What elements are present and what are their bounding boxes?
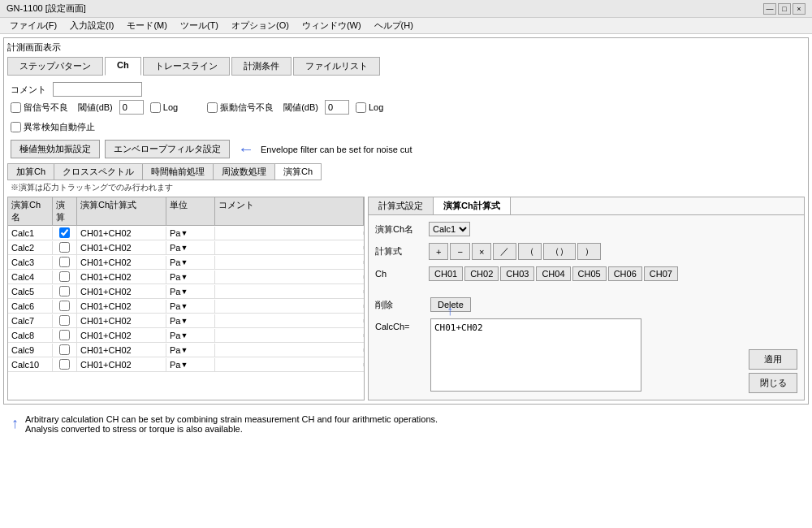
cell-unit[interactable]: Pa ▼ xyxy=(166,241,215,254)
cell-check[interactable] xyxy=(53,328,77,342)
tab-trace-line[interactable]: トレースライン xyxy=(143,57,230,76)
row-checkbox[interactable] xyxy=(59,359,70,370)
close-button[interactable]: × xyxy=(793,3,806,15)
signal-error-checkbox-label[interactable]: 留信号不良 xyxy=(11,102,68,114)
cell-check[interactable] xyxy=(53,299,77,313)
tab-step-pattern[interactable]: ステップパターン xyxy=(7,57,103,76)
cell-unit[interactable]: Pa ▼ xyxy=(166,285,215,298)
ch05-button[interactable]: CH05 xyxy=(572,266,607,281)
cell-unit[interactable]: Pa ▼ xyxy=(166,329,215,342)
threshold-input2[interactable] xyxy=(325,100,349,115)
row-checkbox[interactable] xyxy=(59,330,70,340)
cell-unit[interactable]: Pa ▼ xyxy=(166,256,215,269)
vibration-error-checkbox[interactable] xyxy=(207,102,218,113)
cell-check[interactable] xyxy=(53,343,77,357)
row-checkbox[interactable] xyxy=(59,242,70,253)
rpane-tab-calc-formula[interactable]: 演算Ch計算式 xyxy=(434,197,511,214)
sub-tab-calc-ch[interactable]: 演算Ch xyxy=(274,163,322,180)
row-checkbox[interactable] xyxy=(59,344,70,355)
signal-error-checkbox[interactable] xyxy=(11,102,21,113)
calch-textarea[interactable]: CH01+CH02 xyxy=(430,318,641,392)
cell-comment[interactable] xyxy=(215,275,364,279)
formula-lparen-button[interactable]: （ xyxy=(518,243,542,260)
calch-name-label: 演算Ch名 xyxy=(375,223,424,236)
maximize-button[interactable]: □ xyxy=(778,3,791,15)
cell-comment[interactable] xyxy=(215,348,364,352)
cell-comment[interactable] xyxy=(215,334,364,337)
row-checkbox[interactable] xyxy=(59,315,70,326)
menu-tools[interactable]: ツール(T) xyxy=(174,18,225,33)
row-checkbox[interactable] xyxy=(59,271,70,282)
cell-comment[interactable] xyxy=(215,232,364,235)
ch07-button[interactable]: CH07 xyxy=(644,266,678,281)
abnormal-stop-checkbox[interactable] xyxy=(11,122,21,132)
ch06-button[interactable]: CH06 xyxy=(608,266,642,281)
row-checkbox[interactable] xyxy=(59,227,70,238)
formula-divide-button[interactable]: ／ xyxy=(493,243,516,260)
log-checkbox-label1[interactable]: Log xyxy=(150,102,178,113)
tab-file-list[interactable]: ファイルリスト xyxy=(293,57,380,76)
cell-check[interactable] xyxy=(53,255,77,269)
log-checkbox1[interactable] xyxy=(150,102,161,113)
cell-check[interactable] xyxy=(53,240,77,254)
cell-check[interactable] xyxy=(53,270,77,283)
row-checkbox[interactable] xyxy=(59,257,70,267)
cell-comment[interactable] xyxy=(215,363,364,366)
formula-plus-button[interactable]: + xyxy=(429,243,448,260)
formula-minus-button[interactable]: − xyxy=(450,243,469,260)
extreme-filter-button[interactable]: 極値無効加振設定 xyxy=(11,140,100,158)
ch02-button[interactable]: CH02 xyxy=(464,266,499,281)
close-button[interactable]: 閉じる xyxy=(749,373,797,393)
ch04-button[interactable]: CH04 xyxy=(536,266,570,281)
window-controls[interactable]: — □ × xyxy=(763,3,806,15)
cell-unit[interactable]: Pa ▼ xyxy=(166,227,215,240)
tab-measure-cond[interactable]: 計測条件 xyxy=(231,57,292,76)
cell-comment[interactable] xyxy=(215,246,364,249)
cell-unit[interactable]: Pa ▼ xyxy=(166,300,215,313)
cell-check[interactable] xyxy=(53,226,77,240)
cell-unit[interactable]: Pa ▼ xyxy=(166,270,215,283)
envelope-filter-button[interactable]: エンベロープフィルタ設定 xyxy=(105,140,230,158)
cell-check[interactable] xyxy=(53,314,77,327)
ch01-button[interactable]: CH01 xyxy=(429,266,463,281)
cell-comment[interactable] xyxy=(215,319,364,322)
sub-tab-add-ch[interactable]: 加算Ch xyxy=(7,163,54,180)
menu-help[interactable]: ヘルプ(H) xyxy=(368,18,420,33)
minimize-button[interactable]: — xyxy=(763,3,776,15)
calch-name-select[interactable]: Calc1 Calc2 Calc3 xyxy=(429,222,470,236)
formula-multiply-button[interactable]: × xyxy=(472,243,491,260)
menu-window[interactable]: ウィンドウ(W) xyxy=(296,18,368,33)
cell-check[interactable] xyxy=(53,357,77,371)
cell-name: Calc8 xyxy=(8,329,53,342)
menu-input[interactable]: 入力設定(I) xyxy=(63,18,120,33)
log-checkbox-label2[interactable]: Log xyxy=(356,102,383,113)
menu-options[interactable]: オプション(O) xyxy=(225,18,296,33)
row-checkbox[interactable] xyxy=(59,286,70,296)
row-checkbox[interactable] xyxy=(59,301,70,311)
cell-formula: CH01+CH02 xyxy=(77,270,166,283)
vibration-error-checkbox-label[interactable]: 振動信号不良 xyxy=(207,102,274,114)
rpane-tab-formula-settings[interactable]: 計算式設定 xyxy=(369,197,434,214)
sub-tab-cross-spec[interactable]: クロススペクトル xyxy=(54,163,142,180)
abnormal-stop-checkbox-label[interactable]: 異常検知自動停止 xyxy=(11,121,95,133)
cell-unit[interactable]: Pa ▼ xyxy=(166,344,215,357)
sub-tab-freq-process[interactable]: 周波数処理 xyxy=(213,163,274,180)
menu-mode[interactable]: モード(M) xyxy=(120,18,174,33)
threshold-input1[interactable] xyxy=(119,100,144,115)
sub-tab-time-preprocess[interactable]: 時間軸前処理 xyxy=(142,163,213,180)
cell-unit[interactable]: Pa ▼ xyxy=(166,314,215,327)
menu-file[interactable]: ファイル(F) xyxy=(3,18,63,33)
cell-check[interactable] xyxy=(53,284,77,298)
cell-comment[interactable] xyxy=(215,305,364,308)
comment-input[interactable] xyxy=(53,82,142,97)
formula-parens-button[interactable]: （） xyxy=(543,243,576,260)
cell-comment[interactable] xyxy=(215,290,364,293)
log-checkbox2[interactable] xyxy=(356,102,366,113)
apply-button[interactable]: 適用 xyxy=(749,349,797,370)
table-row: Calc2 CH01+CH02 Pa ▼ xyxy=(8,240,364,255)
tab-ch[interactable]: Ch xyxy=(105,57,141,76)
cell-unit[interactable]: Pa ▼ xyxy=(166,358,215,371)
ch03-button[interactable]: CH03 xyxy=(500,266,534,281)
cell-comment[interactable] xyxy=(215,261,364,264)
formula-rparen-button[interactable]: ） xyxy=(577,243,601,260)
